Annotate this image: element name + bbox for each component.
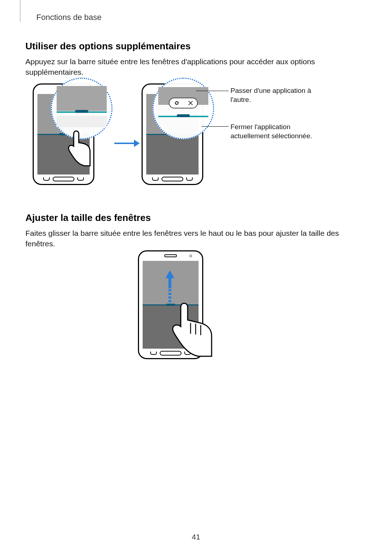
arrow-right-icon	[114, 140, 140, 147]
heading-additional-options: Utiliser des options supplémentaires	[25, 41, 367, 52]
annotation-swap: Passer d'une application à l'autre.	[230, 86, 314, 104]
phone-resize	[138, 250, 203, 359]
annotation-close: Fermer l'application actuellement sélect…	[230, 123, 314, 140]
section-label: Fonctions de base	[36, 13, 102, 22]
body-resize-windows: Faites glisser la barre située entre les…	[25, 228, 367, 249]
leader-close	[201, 126, 229, 127]
section-additional-options: Utiliser des options supplémentaires App…	[25, 41, 367, 78]
leader-swap	[196, 91, 229, 91]
magnifier-before	[51, 78, 113, 139]
header-rule	[20, 0, 20, 22]
figure-resize	[134, 247, 258, 366]
split-options-pill	[169, 98, 198, 108]
close-app-icon	[188, 100, 193, 106]
swipe-up-arrow-icon	[166, 270, 174, 303]
swap-apps-icon	[174, 100, 180, 106]
body-additional-options: Appuyez sur la barre située entre les fe…	[25, 56, 367, 78]
page-number: 41	[0, 533, 392, 541]
heading-resize-windows: Ajuster la taille des fenêtres	[25, 212, 367, 223]
magnifier-after	[152, 78, 214, 139]
figure-split-options: Passer d'une application à l'autre. Ferm…	[25, 80, 367, 192]
section-resize-windows: Ajuster la taille des fenêtres Faites gl…	[25, 212, 367, 249]
